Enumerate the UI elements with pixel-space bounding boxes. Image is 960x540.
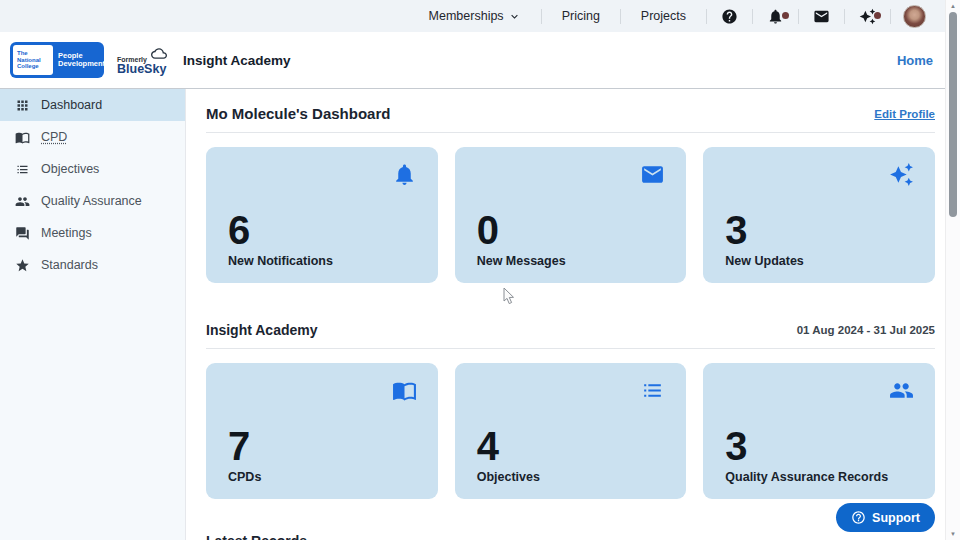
help-outline-icon [851,510,866,525]
logo-white-box: The National College [13,45,53,75]
help-icon [721,8,738,25]
sidebar-item-meetings[interactable]: Meetings [0,217,185,249]
top-utility-bar: Memberships Pricing Projects [0,0,960,32]
book-icon [15,130,30,145]
brand-bar: The National College People Development … [0,32,960,89]
stat-label: CPDs [228,470,416,484]
stat-value: 0 [477,209,665,251]
sidebar-item-label: Objectives [41,162,99,176]
scroll-up-arrow[interactable]: ▲ [946,3,960,9]
stat-label: New Updates [725,254,913,268]
card-quality-assurance-records[interactable]: 3 Quality Assurance Records [703,363,935,499]
logo-link[interactable]: The National College People Development … [10,42,167,78]
people-icon [889,378,914,403]
nav-pricing[interactable]: Pricing [542,9,620,23]
updates-badge [874,12,881,19]
date-range: 01 Aug 2024 - 31 Jul 2025 [797,324,935,336]
sidebar-item-objectives[interactable]: Objectives [0,153,185,185]
cloud-icon [151,45,167,63]
stat-value: 3 [725,425,913,467]
list-icon [640,378,665,403]
card-new-updates[interactable]: 3 New Updates [703,147,935,283]
stat-value: 4 [477,425,665,467]
home-link[interactable]: Home [897,53,933,68]
sidebar-item-label: Standards [41,258,98,272]
divider [890,9,891,24]
stat-value: 6 [228,209,416,251]
sparkles-icon [889,162,914,187]
chevron-down-icon [508,10,521,23]
next-section-title: Latest Records [206,533,307,540]
app-title: Insight Academy [183,53,291,68]
scroll-down-arrow[interactable]: ▼ [946,531,960,537]
divider [206,132,935,133]
stat-label: Objectives [477,470,665,484]
sidebar-item-label: Quality Assurance [41,194,142,208]
sidebar-item-label: Dashboard [41,98,102,112]
stat-cards-row: 6 New Notifications 0 New Messages 3 New… [206,147,935,283]
user-avatar[interactable] [903,5,926,28]
stat-label: Quality Assurance Records [725,470,913,484]
notification-badge [782,12,789,19]
divider [206,348,935,349]
people-icon [15,194,30,209]
section-title: Insight Academy [206,322,318,338]
list-icon [15,162,30,177]
sidebar: Dashboard CPD Objectives Quality Assuran… [0,89,185,540]
updates-button[interactable] [845,8,890,25]
chat-icon [15,226,30,241]
edit-profile-link[interactable]: Edit Profile [874,108,935,120]
card-cpds[interactable]: 7 CPDs [206,363,438,499]
stat-value: 3 [725,209,913,251]
nav-memberships-label: Memberships [429,9,504,23]
sidebar-item-label: CPD [41,130,67,144]
page-title: Mo Molecule's Dashboard [206,105,390,122]
book-icon [392,378,417,403]
messages-button[interactable] [799,8,844,25]
scrollbar-thumb[interactable] [949,12,957,217]
nav-memberships[interactable]: Memberships [409,9,541,23]
logo-college-text: The National College [17,50,49,70]
card-new-messages[interactable]: 0 New Messages [455,147,687,283]
sidebar-item-dashboard[interactable]: Dashboard [0,89,185,121]
help-button[interactable] [707,8,752,25]
sidebar-item-quality-assurance[interactable]: Quality Assurance [0,185,185,217]
nav-pricing-label: Pricing [562,9,600,23]
stat-label: New Messages [477,254,665,268]
nav-projects[interactable]: Projects [621,9,706,23]
logo-people-text: People Development [53,52,101,69]
period-cards-row: 7 CPDs 4 Objectives 3 Quality Assurance … [206,363,935,499]
bell-icon [392,162,417,187]
star-icon [15,258,30,273]
vertical-scrollbar: ▲ ▼ [945,0,960,540]
nav-projects-label: Projects [641,9,686,23]
grid-icon [15,98,30,113]
bluesky-label: BlueSky [117,63,167,75]
mail-icon [813,8,830,25]
card-objectives[interactable]: 4 Objectives [455,363,687,499]
national-college-logo: The National College People Development [10,42,104,78]
bluesky-logo: Formerly BlueSky [117,45,167,75]
notifications-button[interactable] [753,8,798,25]
support-button-label: Support [872,511,920,525]
main-content: Mo Molecule's Dashboard Edit Profile 6 N… [185,89,945,540]
card-new-notifications[interactable]: 6 New Notifications [206,147,438,283]
mail-icon [640,162,665,187]
sidebar-item-label: Meetings [41,226,92,240]
support-button[interactable]: Support [836,503,935,532]
stat-label: New Notifications [228,254,416,268]
stat-value: 7 [228,425,416,467]
sidebar-item-standards[interactable]: Standards [0,249,185,281]
sidebar-item-cpd[interactable]: CPD [0,121,185,153]
